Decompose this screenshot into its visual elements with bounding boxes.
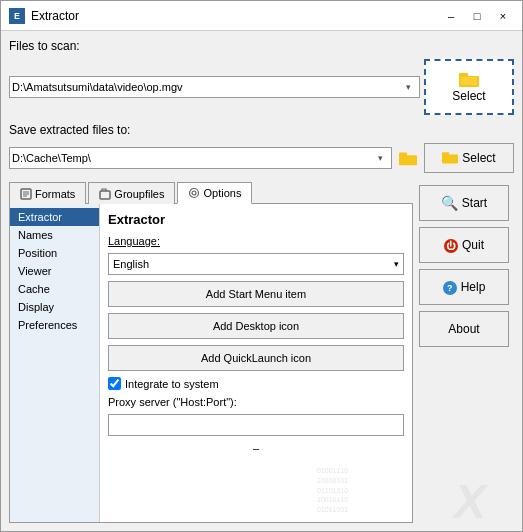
sidebar-item-viewer[interactable]: Viewer [10,262,99,280]
save-to-value: D:\Cache\Temp\ [12,152,371,164]
files-to-scan-label: Files to scan: [9,39,514,53]
save-to-label-row: Save extracted files to: [9,123,514,139]
sidebar-item-preferences[interactable]: Preferences [10,316,99,334]
svg-point-13 [190,189,199,198]
maximize-button[interactable]: □ [466,6,488,26]
folder-svg [459,71,479,87]
integrate-label: Integrate to system [125,378,219,390]
save-to-row: D:\Cache\Temp\ ▾ Select [9,143,514,173]
folder-small-icon2 [442,150,458,167]
window-controls: – □ × [440,6,514,26]
select-large-button[interactable]: Select [424,59,514,115]
title-bar: E Extractor – □ × [1,1,522,31]
tab-groupfiles[interactable]: Groupfiles [88,182,175,204]
save-to-dropdown[interactable]: ▾ [371,148,389,168]
integrate-row: Integrate to system [108,377,404,390]
extractor-settings-title: Extractor [108,212,404,227]
quit-button[interactable]: ⏻ Quit [419,227,509,263]
folder-svg2 [442,150,458,164]
app-icon: E [9,8,25,24]
sidebar-item-display[interactable]: Display [10,298,99,316]
minimize-button[interactable]: – [440,6,462,26]
svg-rect-6 [442,152,449,156]
folder-small-icon [399,150,417,166]
save-to-folder-button[interactable] [396,147,420,169]
tab-bar: Formats Groupfiles Options [9,181,413,204]
add-quicklaunch-button[interactable]: Add QuickLaunch icon [108,345,404,371]
about-label: About [448,322,479,336]
save-to-input[interactable]: D:\Cache\Temp\ ▾ [9,147,392,169]
files-to-scan-label-row: Files to scan: [9,39,514,55]
window-title: Extractor [31,9,440,23]
options-tab-icon [188,187,200,199]
select-small-button[interactable]: Select [424,143,514,173]
files-to-scan-value: D:\Amatsutsumi\data\video\op.mgv [12,81,399,93]
start-label: Start [462,196,487,210]
add-desktop-button[interactable]: Add Desktop icon [108,313,404,339]
folder-icon [459,71,479,87]
svg-rect-4 [399,153,407,158]
start-button[interactable]: 🔍 Start [419,185,509,221]
tab-options[interactable]: Options [177,182,252,204]
language-select[interactable]: English ▾ [108,253,404,275]
svg-rect-11 [100,191,110,199]
help-button[interactable]: ? Help [419,269,509,305]
language-value: English [113,258,394,270]
add-start-menu-button[interactable]: Add Start Menu item [108,281,404,307]
save-to-label: Save extracted files to: [9,123,514,137]
language-dropdown-arrow: ▾ [394,259,399,269]
proxy-label: Proxy server ("Host:Port"): [108,396,404,408]
settings-sidebar: Extractor Names Position Viewer Cache [10,204,100,522]
proxy-input[interactable] [108,414,404,436]
sidebar-item-position[interactable]: Position [10,244,99,262]
close-button[interactable]: × [492,6,514,26]
tab-options-label: Options [203,187,241,199]
tab-formats-label: Formats [35,188,75,200]
language-label: Language: [108,235,404,247]
sidebar-item-cache[interactable]: Cache [10,280,99,298]
help-icon: ? [443,280,457,295]
svg-point-12 [192,191,196,195]
files-to-scan-row: D:\Amatsutsumi\data\video\op.mgv ▾ Selec… [9,59,514,115]
files-to-scan-dropdown[interactable]: ▾ [399,77,417,97]
select-small-label: Select [462,151,495,165]
about-button[interactable]: About [419,311,509,347]
dash-label: – [108,442,404,454]
sidebar-item-extractor[interactable]: Extractor [10,208,99,226]
integrate-checkbox[interactable] [108,377,121,390]
extractor-settings-panel: Extractor Language: English ▾ Add Start … [100,204,412,522]
tab-formats[interactable]: Formats [9,182,86,204]
svg-rect-2 [461,77,477,85]
files-to-scan-input[interactable]: D:\Amatsutsumi\data\video\op.mgv ▾ [9,76,420,98]
quit-icon: ⏻ [444,238,458,253]
sidebar-item-names[interactable]: Names [10,226,99,244]
quit-label: Quit [462,238,484,252]
action-buttons-panel: 🔍 Start ⏻ Quit ? Help About [419,181,514,523]
help-label: Help [461,280,486,294]
start-icon: 🔍 [441,195,458,211]
select-large-label: Select [452,89,485,103]
formats-tab-icon [20,188,32,200]
groupfiles-tab-icon [99,188,111,200]
tab-groupfiles-label: Groupfiles [114,188,164,200]
